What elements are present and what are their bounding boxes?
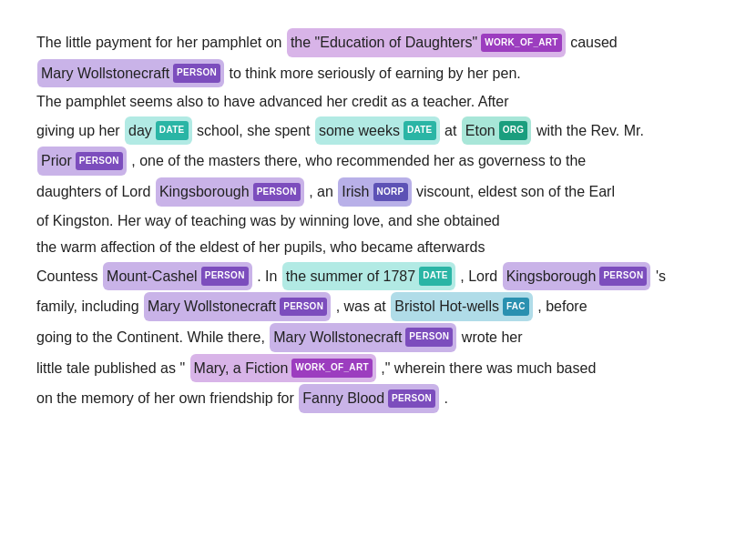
text-segment: , Lord [460,268,501,284]
text-line-1: The little payment for her pamphlet on t… [36,35,618,50]
text-segment: little tale published as " [36,360,189,376]
entity-label: PERSON [388,389,435,409]
entity-person-mary2[interactable]: Mary Wollstonecraft PERSON [144,292,331,321]
entity-fac-bristol[interactable]: Bristol Hot-wells FAC [391,292,533,321]
text-segment: caused [570,35,618,50]
entity-text: some weeks [319,117,400,145]
entity-text: Mary Wollstonecraft [273,324,402,351]
text-segment: , one of the masters there, who recommen… [131,153,586,168]
text-segment: The pamphlet seems also to have advanced… [36,94,509,109]
text-segment: , was at [336,298,391,314]
entity-text: Mary Wollstonecraft [148,293,276,320]
ner-text-block: The little payment for her pamphlet on t… [36,27,720,414]
text-segment: ," wherein there was much based [381,360,596,376]
entity-label: PERSON [599,267,647,286]
text-segment: 's [656,268,666,284]
entity-label: WORK_OF_ART [481,34,562,53]
entity-label: DATE [419,267,452,286]
entity-label: PERSON [280,298,327,317]
text-line-7: of Kingston. Her way of teaching was by … [36,213,500,228]
text-line-2: Mary Wollstonecraft PERSON to think more… [36,66,521,81]
entity-label: PERSON [253,183,301,202]
entity-norp-irish[interactable]: Irish NORP [338,177,411,207]
entity-person-prior[interactable]: Prior PERSON [37,147,127,176]
text-line-9: Countess Mount-Cashel PERSON . In the su… [36,268,666,284]
entity-label: DATE [404,121,436,140]
entity-date-some-weeks[interactable]: some weeks DATE [315,116,440,146]
entity-text: Mount-Cashel [107,263,198,290]
text-line-13: on the memory of her own friendship for … [36,390,448,406]
entity-work-of-art-mary-fiction[interactable]: Mary, a Fiction WORK_OF_ART [190,354,376,383]
text-segment: giving up her [36,123,124,138]
text-line-5: Prior PERSON , one of the masters there,… [36,153,586,168]
text-segment: to think more seriously of earning by he… [230,66,521,81]
entity-text: the summer of 1787 [286,263,415,290]
text-line-8: the warm affection of the eldest of her … [36,239,485,255]
text-segment: with the Rev. Mr. [536,123,644,138]
entity-person-fanny-blood[interactable]: Fanny Blood PERSON [299,384,439,413]
entity-person-mary1[interactable]: Mary Wollstonecraft PERSON [37,59,224,88]
entity-date-day[interactable]: day DATE [125,116,191,146]
entity-text: Irish [342,178,369,206]
text-segment: wrote her [462,329,523,345]
text-segment: of Kingston. Her way of teaching was by … [36,213,500,228]
entity-text: Prior [41,147,72,175]
text-line-10: family, including Mary Wollstonecraft PE… [36,298,587,314]
text-line-6: daughters of Lord Kingsborough PERSON , … [36,184,615,199]
entity-text: Fanny Blood [302,385,384,412]
text-segment: at [444,123,461,138]
text-segment: family, including [36,298,143,314]
text-segment: , an [309,184,337,199]
entity-org-eton[interactable]: Eton ORG [462,116,532,146]
entity-text: day [128,117,152,145]
entity-person-mount-cashel[interactable]: Mount-Cashel PERSON [103,262,252,291]
entity-text: Kingsborough [159,178,250,206]
entity-person-kingsborough1[interactable]: Kingsborough PERSON [156,177,304,207]
text-segment: , before [537,298,587,314]
text-segment: daughters of Lord [36,184,155,199]
entity-text: Mary, a Fiction [194,355,289,382]
entity-label: PERSON [201,267,249,286]
text-segment: viscount, eldest son of the Earl [416,184,615,199]
entity-text: Eton [465,117,495,145]
text-line-11: going to the Continent. While there, Mar… [36,329,523,345]
entity-date-summer-1787[interactable]: the summer of 1787 DATE [282,262,455,291]
text-segment: on the memory of her own friendship for [36,390,298,406]
entity-label: WORK_OF_ART [291,359,373,378]
entity-person-mary3[interactable]: Mary Wollstonecraft PERSON [270,323,456,352]
entity-label: DATE [156,121,189,140]
text-segment: going to the Continent. While there, [36,329,269,345]
entity-label: PERSON [405,328,453,347]
entity-text: Bristol Hot-wells [394,293,499,320]
entity-label: PERSON [173,64,220,83]
text-segment: the warm affection of the eldest of her … [36,239,485,255]
entity-work-of-art-education[interactable]: the "Education of Daughters" WORK_OF_ART [287,28,566,57]
entity-label: NORP [373,183,408,202]
text-segment: school, she spent [197,123,314,138]
text-line-3: The pamphlet seems also to have advanced… [36,94,509,109]
text-segment: The little payment for her pamphlet on [36,35,286,50]
entity-text: the "Education of Daughters" [291,29,477,56]
text-line-12: little tale published as " Mary, a Ficti… [36,360,596,376]
entity-person-kingsborough2[interactable]: Kingsborough PERSON [503,262,651,291]
entity-label: PERSON [76,152,123,171]
entity-label: FAC [503,298,529,317]
entity-text: Kingsborough [506,263,597,290]
text-line-4: giving up her day DATE school, she spent… [36,123,644,138]
text-segment: . In [257,268,281,284]
text-segment: . [444,390,448,406]
entity-label: ORG [499,121,528,140]
text-segment: Countess [36,268,102,284]
entity-text: Mary Wollstonecraft [41,60,169,87]
